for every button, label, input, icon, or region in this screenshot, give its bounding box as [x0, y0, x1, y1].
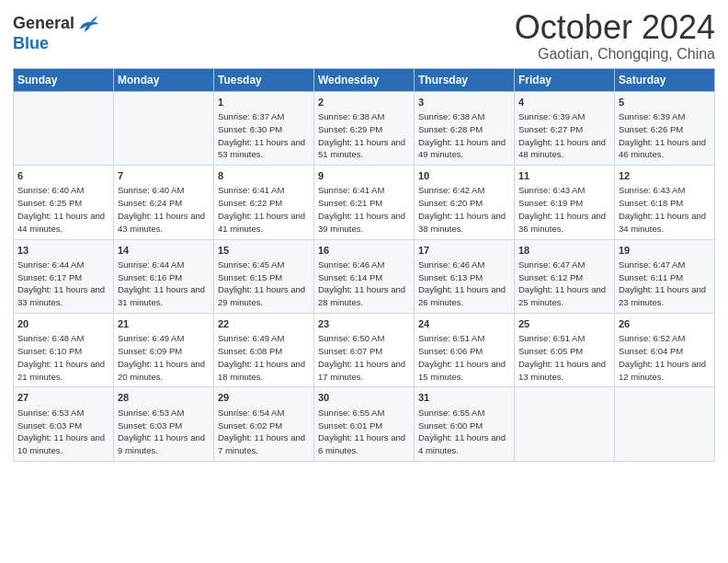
day-content: Sunrise: 6:37 AM Sunset: 6:30 PM Dayligh…	[218, 110, 310, 161]
day-number: 7	[118, 169, 210, 183]
day-content: Sunrise: 6:51 AM Sunset: 6:06 PM Dayligh…	[418, 332, 510, 383]
calendar-cell: 2Sunrise: 6:38 AM Sunset: 6:29 PM Daylig…	[314, 91, 415, 165]
week-row-3: 13Sunrise: 6:44 AM Sunset: 6:17 PM Dayli…	[14, 239, 715, 313]
day-content: Sunrise: 6:55 AM Sunset: 6:00 PM Dayligh…	[418, 407, 510, 457]
day-content: Sunrise: 6:39 AM Sunset: 6:26 PM Dayligh…	[619, 110, 711, 161]
calendar-cell: 9Sunrise: 6:41 AM Sunset: 6:21 PM Daylig…	[314, 166, 415, 239]
day-number: 13	[17, 244, 109, 258]
day-content: Sunrise: 6:53 AM Sunset: 6:03 PM Dayligh…	[118, 407, 210, 457]
day-number: 24	[418, 317, 510, 331]
day-number: 30	[318, 391, 410, 405]
day-number: 1	[218, 96, 310, 109]
day-number: 29	[218, 391, 310, 405]
day-number: 19	[619, 244, 711, 258]
header-monday: Monday	[114, 68, 214, 91]
calendar-cell: 5Sunrise: 6:39 AM Sunset: 6:26 PM Daylig…	[615, 91, 715, 165]
calendar-cell: 18Sunrise: 6:47 AM Sunset: 6:12 PM Dayli…	[515, 239, 615, 313]
calendar-cell: 3Sunrise: 6:38 AM Sunset: 6:28 PM Daylig…	[415, 91, 515, 165]
day-content: Sunrise: 6:52 AM Sunset: 6:04 PM Dayligh…	[619, 332, 711, 383]
calendar-cell: 25Sunrise: 6:51 AM Sunset: 6:05 PM Dayli…	[515, 313, 615, 386]
calendar-cell: 15Sunrise: 6:45 AM Sunset: 6:15 PM Dayli…	[214, 239, 314, 313]
week-row-2: 6Sunrise: 6:40 AM Sunset: 6:25 PM Daylig…	[14, 166, 715, 239]
day-content: Sunrise: 6:46 AM Sunset: 6:13 PM Dayligh…	[418, 259, 510, 309]
day-number: 21	[118, 317, 210, 331]
calendar-cell: 24Sunrise: 6:51 AM Sunset: 6:06 PM Dayli…	[415, 313, 515, 386]
day-content: Sunrise: 6:51 AM Sunset: 6:05 PM Dayligh…	[518, 332, 610, 383]
day-number: 3	[418, 96, 510, 109]
day-content: Sunrise: 6:48 AM Sunset: 6:10 PM Dayligh…	[17, 332, 109, 383]
calendar-cell: 10Sunrise: 6:42 AM Sunset: 6:20 PM Dayli…	[415, 166, 515, 239]
calendar-cell: 26Sunrise: 6:52 AM Sunset: 6:04 PM Dayli…	[615, 313, 715, 386]
calendar-cell: 17Sunrise: 6:46 AM Sunset: 6:13 PM Dayli…	[415, 239, 515, 313]
header-row: SundayMondayTuesdayWednesdayThursdayFrid…	[14, 68, 715, 91]
day-content: Sunrise: 6:43 AM Sunset: 6:18 PM Dayligh…	[619, 184, 711, 235]
day-number: 22	[218, 317, 310, 331]
header-sunday: Sunday	[14, 68, 114, 91]
week-row-1: 1Sunrise: 6:37 AM Sunset: 6:30 PM Daylig…	[14, 91, 715, 165]
calendar-cell: 4Sunrise: 6:39 AM Sunset: 6:27 PM Daylig…	[515, 91, 615, 165]
week-row-4: 20Sunrise: 6:48 AM Sunset: 6:10 PM Dayli…	[14, 313, 715, 386]
calendar-cell: 31Sunrise: 6:55 AM Sunset: 6:00 PM Dayli…	[415, 387, 515, 461]
page: General Blue October 2024 Gaotian, Chong…	[0, 0, 728, 563]
day-number: 10	[418, 169, 510, 183]
calendar-cell: 21Sunrise: 6:49 AM Sunset: 6:09 PM Dayli…	[114, 313, 214, 386]
logo-text-blue: Blue	[13, 34, 49, 52]
calendar-cell: 14Sunrise: 6:44 AM Sunset: 6:16 PM Dayli…	[114, 239, 214, 313]
logo-bird-icon	[76, 13, 98, 35]
day-number: 15	[218, 244, 310, 258]
calendar-cell: 27Sunrise: 6:53 AM Sunset: 6:03 PM Dayli…	[14, 387, 114, 461]
week-row-5: 27Sunrise: 6:53 AM Sunset: 6:03 PM Dayli…	[14, 387, 715, 461]
calendar-cell: 30Sunrise: 6:55 AM Sunset: 6:01 PM Dayli…	[314, 387, 415, 461]
day-content: Sunrise: 6:40 AM Sunset: 6:24 PM Dayligh…	[118, 184, 210, 235]
calendar-cell: 29Sunrise: 6:54 AM Sunset: 6:02 PM Dayli…	[214, 387, 314, 461]
day-number: 5	[619, 96, 711, 109]
header-thursday: Thursday	[415, 68, 515, 91]
day-content: Sunrise: 6:44 AM Sunset: 6:16 PM Dayligh…	[118, 259, 210, 309]
day-number: 16	[318, 244, 410, 258]
day-content: Sunrise: 6:41 AM Sunset: 6:21 PM Dayligh…	[318, 184, 410, 235]
calendar-cell: 20Sunrise: 6:48 AM Sunset: 6:10 PM Dayli…	[14, 313, 114, 386]
header-friday: Friday	[515, 68, 615, 91]
day-content: Sunrise: 6:40 AM Sunset: 6:25 PM Dayligh…	[17, 184, 109, 235]
calendar-cell: 8Sunrise: 6:41 AM Sunset: 6:22 PM Daylig…	[214, 166, 314, 239]
day-number: 14	[118, 244, 210, 258]
day-number: 27	[17, 391, 109, 405]
day-content: Sunrise: 6:46 AM Sunset: 6:14 PM Dayligh…	[318, 259, 410, 309]
day-content: Sunrise: 6:44 AM Sunset: 6:17 PM Dayligh…	[17, 259, 109, 309]
header-tuesday: Tuesday	[214, 68, 314, 91]
header-wednesday: Wednesday	[314, 68, 415, 91]
day-content: Sunrise: 6:50 AM Sunset: 6:07 PM Dayligh…	[318, 332, 410, 383]
day-number: 25	[518, 317, 610, 331]
calendar-table: SundayMondayTuesdayWednesdayThursdayFrid…	[13, 68, 715, 462]
day-number: 12	[619, 169, 711, 183]
calendar-cell	[14, 91, 114, 165]
day-number: 18	[518, 244, 610, 258]
day-content: Sunrise: 6:49 AM Sunset: 6:08 PM Dayligh…	[218, 332, 310, 383]
calendar-cell	[114, 91, 214, 165]
day-content: Sunrise: 6:45 AM Sunset: 6:15 PM Dayligh…	[218, 259, 310, 309]
day-number: 11	[518, 169, 610, 183]
day-content: Sunrise: 6:41 AM Sunset: 6:22 PM Dayligh…	[218, 184, 310, 235]
day-number: 8	[218, 169, 310, 183]
calendar-cell: 1Sunrise: 6:37 AM Sunset: 6:30 PM Daylig…	[214, 91, 314, 165]
day-content: Sunrise: 6:42 AM Sunset: 6:20 PM Dayligh…	[418, 184, 510, 235]
calendar-cell: 19Sunrise: 6:47 AM Sunset: 6:11 PM Dayli…	[615, 239, 715, 313]
day-number: 28	[118, 391, 210, 405]
day-number: 9	[318, 169, 410, 183]
day-number: 31	[418, 391, 510, 405]
day-number: 4	[518, 96, 610, 109]
day-number: 20	[17, 317, 109, 331]
day-content: Sunrise: 6:55 AM Sunset: 6:01 PM Dayligh…	[318, 407, 410, 457]
day-number: 2	[318, 96, 410, 109]
calendar-subtitle: Gaotian, Chongqing, China	[515, 46, 715, 63]
day-content: Sunrise: 6:39 AM Sunset: 6:27 PM Dayligh…	[518, 110, 610, 161]
calendar-cell: 28Sunrise: 6:53 AM Sunset: 6:03 PM Dayli…	[114, 387, 214, 461]
day-number: 17	[418, 244, 510, 258]
day-content: Sunrise: 6:54 AM Sunset: 6:02 PM Dayligh…	[218, 407, 310, 457]
calendar-cell: 11Sunrise: 6:43 AM Sunset: 6:19 PM Dayli…	[515, 166, 615, 239]
calendar-cell: 13Sunrise: 6:44 AM Sunset: 6:17 PM Dayli…	[14, 239, 114, 313]
calendar-cell: 6Sunrise: 6:40 AM Sunset: 6:25 PM Daylig…	[14, 166, 114, 239]
day-content: Sunrise: 6:53 AM Sunset: 6:03 PM Dayligh…	[17, 407, 109, 457]
calendar-cell: 12Sunrise: 6:43 AM Sunset: 6:18 PM Dayli…	[615, 166, 715, 239]
calendar-cell: 22Sunrise: 6:49 AM Sunset: 6:08 PM Dayli…	[214, 313, 314, 386]
